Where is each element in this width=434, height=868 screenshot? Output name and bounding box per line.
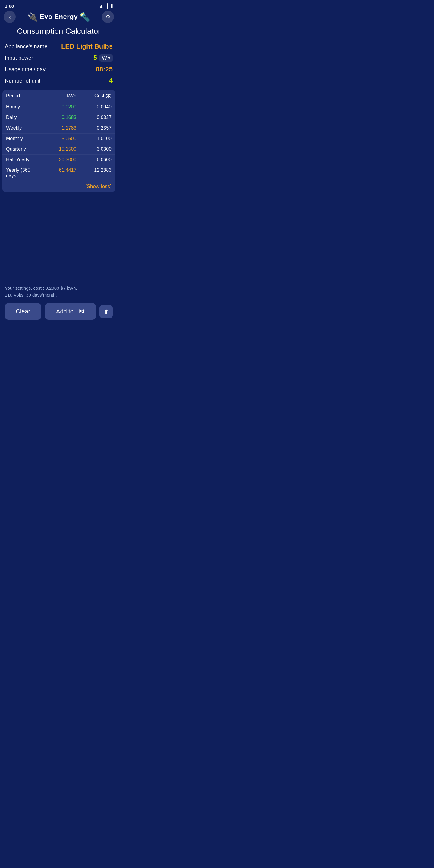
signal-icon: ▐ (105, 3, 108, 8)
page-title: Consumption Calculator (0, 25, 118, 41)
cell-cost-5: 6.0600 (76, 157, 112, 162)
table-row: Daily 0.1683 0.0337 (2, 113, 115, 123)
logo-area: 🔌 Evo Energy 🔦 (16, 12, 102, 22)
table-body: Hourly 0.0200 0.0040 Daily 0.1683 0.0337… (2, 102, 115, 181)
cell-kwh-0: 0.0200 (41, 104, 76, 110)
clear-button[interactable]: Clear (5, 303, 41, 320)
status-icons: ▲ ▐ ▮ (99, 3, 113, 8)
header-period: Period (6, 93, 41, 98)
input-power-label: Input power (5, 55, 53, 61)
settings-icon: ⚙ (105, 13, 110, 20)
input-power-controls: 5 W ▾ (93, 54, 113, 62)
logo-left-icon: 🔌 (27, 12, 38, 22)
appliance-row: Appliance's name LED Light Bulbs (5, 41, 113, 52)
table-header: Period kWh Cost ($) (2, 90, 115, 102)
cell-kwh-5: 30.3000 (41, 157, 76, 162)
cell-period-4: Quarterly (6, 147, 41, 152)
cell-cost-4: 3.0300 (76, 147, 112, 152)
number-of-unit-label: Number of unit (5, 78, 53, 84)
cell-kwh-6: 61.4417 (41, 167, 76, 179)
header-cost: Cost ($) (76, 93, 112, 98)
cell-kwh-2: 1.1783 (41, 125, 76, 131)
header-kwh: kWh (41, 93, 76, 98)
share-button[interactable]: ⬆ (99, 305, 113, 318)
appliance-label: Appliance's name (5, 43, 53, 50)
chevron-down-icon: ▾ (108, 56, 110, 60)
header: ‹ 🔌 Evo Energy 🔦 ⚙ (0, 10, 118, 25)
cell-period-3: Monthly (6, 136, 41, 141)
input-power-value[interactable]: 5 (93, 54, 97, 62)
consumption-table: Period kWh Cost ($) Hourly 0.0200 0.0040… (2, 90, 115, 192)
bottom-buttons: Clear Add to List ⬆ (0, 301, 118, 327)
cell-period-5: Half-Yearly (6, 157, 41, 162)
form-section: Appliance's name LED Light Bulbs Input p… (0, 41, 118, 87)
cell-period-2: Weekly (6, 125, 41, 131)
table-row: Monthly 5.0500 1.0100 (2, 133, 115, 144)
status-bar: 1:08 ▲ ▐ ▮ (0, 0, 118, 10)
number-of-unit-row: Number of unit 4 (5, 75, 113, 87)
cell-period-1: Daily (6, 115, 41, 120)
usage-time-label: Usage time / day (5, 66, 53, 73)
usage-time-row: Usage time / day 08:25 (5, 64, 113, 75)
cell-cost-6: 12.2883 (76, 167, 112, 179)
cell-cost-3: 1.0100 (76, 136, 112, 141)
cell-cost-2: 0.2357 (76, 125, 112, 131)
wifi-icon: ▲ (99, 3, 104, 8)
cell-period-0: Hourly (6, 104, 41, 110)
table-row: Weekly 1.1783 0.2357 (2, 123, 115, 133)
back-button[interactable]: ‹ (4, 11, 16, 23)
show-less-button[interactable]: [Show less] (2, 181, 115, 192)
unit-text: W (102, 55, 107, 61)
logo-right-icon: 🔦 (80, 12, 90, 22)
settings-button[interactable]: ⚙ (102, 11, 114, 23)
cell-kwh-1: 0.1683 (41, 115, 76, 120)
appliance-value[interactable]: LED Light Bulbs (61, 42, 113, 50)
table-row: Yearly (365 days) 61.4417 12.2883 (2, 165, 115, 181)
cell-kwh-3: 5.0500 (41, 136, 76, 141)
cell-period-6: Yearly (365 days) (6, 167, 41, 179)
settings-info-line1: Your settings, cost : 0.2000 $ / kWh. (5, 285, 113, 292)
table-row: Half-Yearly 30.3000 6.0600 (2, 155, 115, 165)
back-icon: ‹ (9, 13, 11, 21)
share-icon: ⬆ (104, 308, 109, 315)
cell-cost-0: 0.0040 (76, 104, 112, 110)
table-row: Hourly 0.0200 0.0040 (2, 102, 115, 113)
table-row: Quarterly 15.1500 3.0300 (2, 144, 115, 155)
time: 1:08 (5, 3, 14, 8)
input-power-row: Input power 5 W ▾ (5, 52, 113, 64)
logo-text: Evo Energy (40, 13, 78, 21)
add-to-list-button[interactable]: Add to List (45, 303, 96, 320)
usage-time-value[interactable]: 08:25 (96, 65, 113, 73)
cell-kwh-4: 15.1500 (41, 147, 76, 152)
empty-area (0, 195, 118, 280)
cell-cost-1: 0.0337 (76, 115, 112, 120)
unit-selector[interactable]: W ▾ (99, 54, 113, 62)
battery-icon: ▮ (110, 3, 113, 8)
settings-info-line2: 110 Volts, 30 days/month. (5, 292, 113, 299)
number-of-unit-value[interactable]: 4 (109, 77, 113, 85)
footer-info: Your settings, cost : 0.2000 $ / kWh. 11… (0, 280, 118, 301)
